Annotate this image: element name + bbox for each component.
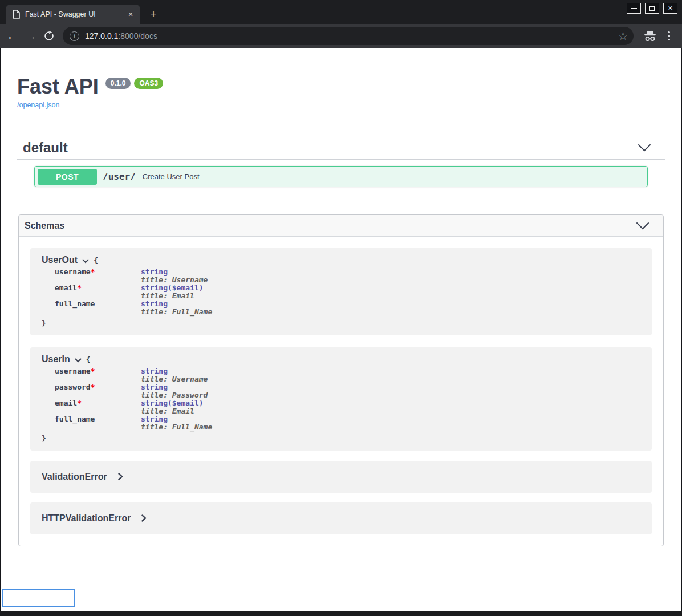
property-row: email* string($email) title: Email <box>42 284 643 300</box>
open-brace: { <box>86 355 91 364</box>
address-bar[interactable]: i 127.0.0.1:8000/docs ☆ <box>63 27 634 45</box>
property-title: title: Full_Name <box>141 308 212 316</box>
property-title: title: Password <box>141 391 208 399</box>
incognito-icon <box>643 30 657 42</box>
property-name: email <box>55 283 77 292</box>
property-type: string <box>141 300 212 308</box>
url-host: 127.0.0.1 <box>85 31 118 40</box>
model-validationerror[interactable]: ValidationError <box>30 461 652 493</box>
reload-button[interactable] <box>40 27 58 45</box>
site-info-icon[interactable]: i <box>70 31 79 41</box>
close-icon: ✕ <box>668 5 673 11</box>
chevron-down-icon[interactable] <box>636 222 649 230</box>
api-info-section: Fast API 0.1.0 OAS3 /openapi.json <box>17 76 665 110</box>
model-name: UserOut <box>42 255 78 265</box>
property-type: string <box>141 268 208 276</box>
property-type: string <box>141 383 208 391</box>
bookmark-star-icon[interactable]: ☆ <box>618 31 628 42</box>
model-httpvalidationerror[interactable]: HTTPValidationError <box>30 502 652 534</box>
close-brace: } <box>42 319 643 327</box>
required-marker: * <box>91 383 95 391</box>
window-bottom-edge <box>0 611 682 616</box>
minimize-button[interactable] <box>627 3 641 14</box>
required-marker: * <box>91 367 95 375</box>
browser-window: Fast API - Swagger UI ✕ + ✕ ← → i 127.0.… <box>0 0 682 616</box>
model-userout: UserOut { username* string title: Userna… <box>30 248 652 335</box>
titlebar: Fast API - Swagger UI ✕ + ✕ <box>0 0 682 24</box>
property-type: string($email) <box>141 284 204 292</box>
model-userin: UserIn { username* string title: Usernam… <box>30 347 652 451</box>
property-row: password* string title: Password <box>42 383 643 399</box>
tab-title: Fast API - Swagger UI <box>25 10 125 18</box>
browser-menu-button[interactable] <box>662 27 676 45</box>
property-row: email* string($email) title: Email <box>42 399 643 415</box>
schemas-title: Schemas <box>25 221 636 231</box>
operation-summary: Create User Post <box>143 172 200 181</box>
property-title: title: Email <box>141 292 204 300</box>
required-marker: * <box>77 399 82 407</box>
required-marker: * <box>77 283 82 292</box>
property-title: title: Email <box>141 407 204 415</box>
navigation-toolbar: ← → i 127.0.0.1:8000/docs ☆ <box>0 24 682 48</box>
version-badge: 0.1.0 <box>105 78 131 89</box>
property-title: title: Full_Name <box>141 423 212 431</box>
schemas-body: UserOut { username* string title: Userna… <box>19 237 663 546</box>
chevron-right-icon <box>141 514 147 522</box>
chevron-right-icon <box>118 473 123 480</box>
default-tag-section: default POST /user/ Create User Post <box>17 143 665 187</box>
operation-path: /user/ <box>103 171 136 182</box>
new-tab-button[interactable]: + <box>146 8 161 22</box>
property-type: string <box>141 415 212 423</box>
page-title: Fast API <box>17 76 99 97</box>
page-content: Fast API 0.1.0 OAS3 /openapi.json defaul… <box>1 48 681 611</box>
status-bubble <box>2 589 75 607</box>
model-name: ValidationError <box>42 472 107 482</box>
oas3-badge: OAS3 <box>134 78 163 89</box>
property-row: username* string title: Username <box>42 367 643 383</box>
close-brace: } <box>42 434 643 443</box>
url-text: 127.0.0.1:8000/docs <box>85 31 157 40</box>
window-controls: ✕ <box>627 3 677 14</box>
maximize-button[interactable] <box>645 3 659 14</box>
model-userin-toggle[interactable]: UserIn { <box>42 354 643 364</box>
property-name: username <box>55 367 91 375</box>
minimize-icon <box>631 8 637 9</box>
property-type: string($email) <box>141 399 204 407</box>
property-name: password <box>55 383 91 391</box>
model-name: HTTPValidationError <box>42 513 131 524</box>
property-name: full_name <box>55 415 95 423</box>
browser-tab[interactable]: Fast API - Swagger UI ✕ <box>6 5 140 24</box>
openapi-spec-link[interactable]: /openapi.json <box>17 101 59 109</box>
default-tag-header[interactable]: default <box>17 143 665 160</box>
model-userout-toggle[interactable]: UserOut { <box>42 255 643 265</box>
required-marker: * <box>91 268 95 276</box>
property-name: email <box>55 399 77 407</box>
back-button[interactable]: ← <box>3 27 22 45</box>
document-icon <box>13 10 20 19</box>
schemas-section: Schemas UserOut { <box>18 214 664 546</box>
chevron-down-icon <box>75 358 82 363</box>
model-name: UserIn <box>42 354 70 364</box>
chevron-down-icon <box>82 259 89 264</box>
chevron-down-icon[interactable] <box>638 144 651 152</box>
menu-dot <box>668 39 670 41</box>
property-title: title: Username <box>141 375 208 383</box>
property-name: full_name <box>55 299 95 308</box>
property-row: full_name string title: Full_Name <box>42 415 643 431</box>
forward-button[interactable]: → <box>22 27 40 45</box>
http-method-badge: POST <box>38 169 97 185</box>
close-button[interactable]: ✕ <box>663 3 677 14</box>
post-user-operation[interactable]: POST /user/ Create User Post <box>34 166 648 187</box>
property-title: title: Username <box>141 276 208 284</box>
property-type: string <box>141 367 208 375</box>
url-path: :8000/docs <box>118 31 157 40</box>
menu-dot <box>668 31 670 34</box>
property-name: username <box>55 268 91 276</box>
menu-dot <box>668 35 670 37</box>
tab-close-icon[interactable]: ✕ <box>125 9 136 19</box>
schemas-header[interactable]: Schemas <box>19 215 663 237</box>
reload-icon <box>44 31 54 41</box>
incognito-indicator <box>640 27 660 45</box>
tag-name: default <box>23 140 638 156</box>
property-row: full_name string title: Full_Name <box>42 300 643 316</box>
